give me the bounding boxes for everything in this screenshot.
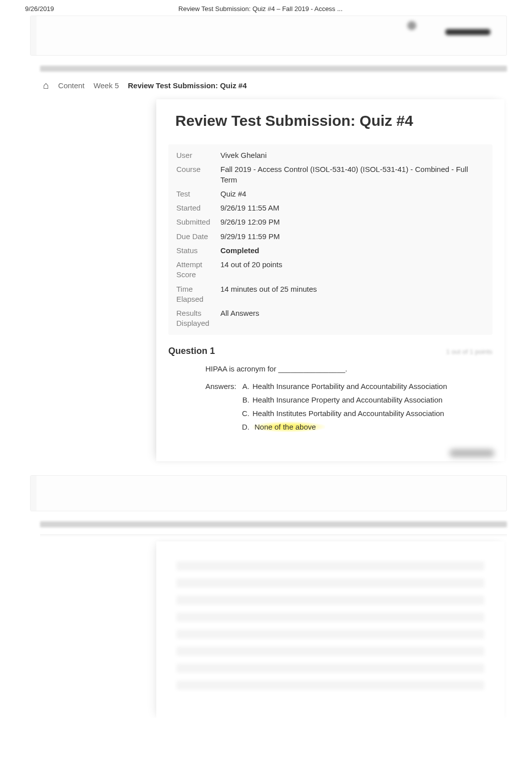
info-row-status: Status Completed	[168, 244, 492, 258]
info-label: Submitted	[176, 217, 220, 227]
bottom-button-blur	[449, 449, 494, 457]
info-row-submitted: Submitted 9/26/19 12:09 PM	[168, 215, 492, 229]
info-label: Course	[176, 164, 220, 185]
info-label: Due Date	[176, 232, 220, 242]
info-value: 9/26/19 12:09 PM	[220, 217, 484, 227]
question-title: Question 1	[168, 346, 215, 356]
blurred-line	[176, 630, 484, 639]
answer-option-d: D. None of the above	[240, 423, 492, 431]
answer-text: Health Insurance Property and Accountabi…	[252, 396, 492, 404]
subheader-band	[40, 66, 507, 72]
answers-label: Answers:	[205, 382, 240, 436]
answer-letter: A.	[240, 382, 252, 391]
blur-divider	[40, 534, 507, 536]
answer-option-b: B. Health Insurance Property and Account…	[240, 396, 492, 404]
info-label: Started	[176, 203, 220, 213]
info-row-score: Attempt Score 14 out of 20 points	[168, 258, 492, 282]
footer-frame	[30, 475, 507, 511]
answers-list: A. Health Insurance Portability and Acco…	[240, 382, 492, 436]
breadcrumb-content[interactable]: Content	[58, 81, 85, 90]
footer-band	[40, 521, 507, 527]
blurred-line	[176, 561, 484, 570]
breadcrumb: ⌂ Content Week 5 Review Test Submission:…	[0, 72, 532, 99]
info-value: Fall 2019 - Access Control (ISOL-531-40)…	[220, 164, 484, 185]
answer-option-c: C. Health Institutes Portability and Acc…	[240, 409, 492, 418]
blurred-content-card	[156, 541, 504, 718]
answer-option-a: A. Health Insurance Portability and Acco…	[240, 382, 492, 391]
question-body: HIPAA is acronym for ________________. A…	[156, 364, 504, 441]
answer-text: Health Insurance Portability and Account…	[252, 382, 492, 391]
header-button-blur	[445, 29, 490, 35]
content-card: Review Test Submission: Quiz #4 User Viv…	[156, 99, 504, 461]
info-label: Results Displayed	[176, 308, 220, 329]
answer-letter: C.	[240, 409, 252, 418]
avatar-icon	[407, 21, 416, 30]
info-value: Quiz #4	[220, 189, 484, 199]
home-icon[interactable]: ⌂	[43, 80, 49, 91]
info-row-time: Time Elapsed 14 minutes out of 25 minute…	[168, 282, 492, 307]
info-row-results: Results Displayed All Answers	[168, 306, 492, 331]
question-header: Question 1 1 out of 1 points	[156, 343, 504, 361]
info-value: 14 minutes out of 25 minutes	[220, 284, 484, 305]
header-frame	[30, 16, 507, 56]
info-row-due: Due Date 9/29/19 11:59 PM	[168, 230, 492, 244]
breadcrumb-week[interactable]: Week 5	[94, 81, 119, 90]
info-row-course: Course Fall 2019 - Access Control (ISOL-…	[168, 162, 492, 187]
page-title: Review Test Submission: Quiz #4	[156, 112, 504, 144]
answer-letter: D.	[240, 423, 252, 431]
print-header: 9/26/2019 Review Test Submission: Quiz #…	[0, 0, 532, 16]
info-label: User	[176, 150, 220, 160]
print-title: Review Test Submission: Quiz #4 – Fall 2…	[178, 5, 343, 13]
question-points: 1 out of 1 points	[446, 348, 492, 355]
print-date: 9/26/2019	[25, 5, 54, 13]
submission-info-table: User Vivek Ghelani Course Fall 2019 - Ac…	[168, 144, 492, 335]
info-value: All Answers	[220, 308, 484, 329]
info-label: Status	[176, 246, 220, 256]
info-row-started: Started 9/26/19 11:55 AM	[168, 201, 492, 215]
info-value: Vivek Ghelani	[220, 150, 484, 160]
blurred-line	[176, 596, 484, 605]
blurred-line	[176, 613, 484, 622]
info-label: Attempt Score	[176, 260, 220, 280]
blurred-line	[176, 578, 484, 588]
answer-letter: B.	[240, 396, 252, 404]
highlighted-answer: None of the above	[252, 422, 325, 432]
info-row-test: Test Quiz #4	[168, 187, 492, 201]
info-row-user: User Vivek Ghelani	[168, 148, 492, 162]
question-stem: HIPAA is acronym for ________________.	[205, 364, 492, 373]
info-label: Test	[176, 189, 220, 199]
blurred-line	[176, 681, 484, 690]
answer-text: Health Institutes Portability and Accoun…	[252, 409, 492, 418]
info-value: 14 out of 20 points	[220, 260, 484, 280]
blurred-line	[176, 647, 484, 656]
answer-text: None of the above	[252, 423, 492, 431]
info-value: 9/26/19 11:55 AM	[220, 203, 484, 213]
blurred-line	[176, 664, 484, 673]
info-value: 9/29/19 11:59 PM	[220, 232, 484, 242]
info-value: Completed	[220, 246, 484, 256]
info-label: Time Elapsed	[176, 284, 220, 305]
breadcrumb-current: Review Test Submission: Quiz #4	[128, 81, 246, 90]
